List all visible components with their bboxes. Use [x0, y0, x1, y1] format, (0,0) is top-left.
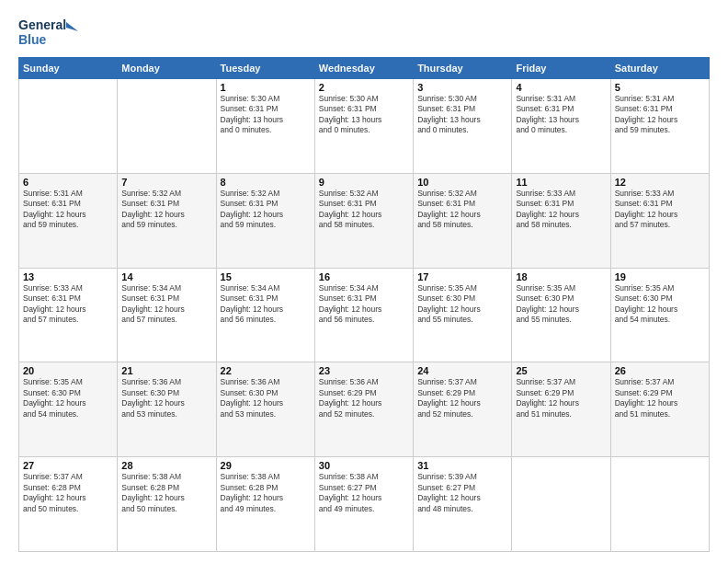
day-number: 17 — [417, 271, 507, 282]
calendar-day-cell: 30Sunrise: 5:38 AM Sunset: 6:27 PM Dayli… — [314, 457, 413, 552]
day-number: 26 — [615, 365, 705, 376]
day-number: 24 — [417, 365, 507, 376]
calendar-day-cell: 10Sunrise: 5:32 AM Sunset: 6:31 PM Dayli… — [414, 173, 512, 268]
day-info: Sunrise: 5:32 AM Sunset: 6:31 PM Dayligh… — [221, 189, 311, 231]
calendar-day-cell: 5Sunrise: 5:31 AM Sunset: 6:31 PM Daylig… — [610, 79, 709, 174]
calendar-day-cell: 18Sunrise: 5:35 AM Sunset: 6:30 PM Dayli… — [512, 268, 610, 362]
day-info: Sunrise: 5:30 AM Sunset: 6:31 PM Dayligh… — [417, 94, 507, 136]
day-number: 21 — [121, 365, 211, 376]
day-info: Sunrise: 5:32 AM Sunset: 6:31 PM Dayligh… — [319, 189, 409, 231]
logo-svg: GeneralBlue — [18, 15, 83, 50]
calendar-day-cell: 13Sunrise: 5:33 AM Sunset: 6:31 PM Dayli… — [19, 268, 118, 362]
weekday-header: SundayMondayTuesdayWednesdayThursdayFrid… — [19, 58, 710, 79]
day-number: 14 — [121, 271, 211, 282]
day-number: 30 — [319, 460, 409, 471]
calendar-day-cell: 29Sunrise: 5:38 AM Sunset: 6:28 PM Dayli… — [216, 457, 314, 552]
calendar-day-cell — [19, 79, 118, 174]
day-info: Sunrise: 5:37 AM Sunset: 6:29 PM Dayligh… — [516, 377, 606, 419]
calendar-day-cell: 1Sunrise: 5:30 AM Sunset: 6:31 PM Daylig… — [216, 79, 314, 174]
day-number: 9 — [319, 177, 409, 188]
weekday-header-cell: Friday — [512, 58, 610, 79]
calendar-day-cell: 17Sunrise: 5:35 AM Sunset: 6:30 PM Dayli… — [414, 268, 512, 362]
day-number: 19 — [615, 271, 705, 282]
logo: GeneralBlue — [18, 15, 83, 50]
day-number: 31 — [417, 460, 507, 471]
day-info: Sunrise: 5:33 AM Sunset: 6:31 PM Dayligh… — [615, 189, 705, 231]
day-number: 20 — [23, 365, 113, 376]
day-info: Sunrise: 5:37 AM Sunset: 6:28 PM Dayligh… — [23, 472, 113, 514]
day-info: Sunrise: 5:35 AM Sunset: 6:30 PM Dayligh… — [615, 283, 705, 326]
calendar-day-cell: 28Sunrise: 5:38 AM Sunset: 6:28 PM Dayli… — [118, 457, 216, 552]
calendar-week-row: 27Sunrise: 5:37 AM Sunset: 6:28 PM Dayli… — [19, 457, 710, 552]
weekday-header-cell: Tuesday — [216, 58, 314, 79]
weekday-header-cell: Wednesday — [314, 58, 413, 79]
day-info: Sunrise: 5:32 AM Sunset: 6:31 PM Dayligh… — [121, 189, 211, 231]
calendar-day-cell: 23Sunrise: 5:36 AM Sunset: 6:29 PM Dayli… — [314, 362, 413, 457]
calendar-week-row: 13Sunrise: 5:33 AM Sunset: 6:31 PM Dayli… — [19, 268, 710, 362]
day-info: Sunrise: 5:33 AM Sunset: 6:31 PM Dayligh… — [23, 283, 113, 326]
calendar-day-cell — [118, 79, 216, 174]
calendar-day-cell: 16Sunrise: 5:34 AM Sunset: 6:31 PM Dayli… — [314, 268, 413, 362]
day-info: Sunrise: 5:35 AM Sunset: 6:30 PM Dayligh… — [516, 283, 606, 326]
calendar-day-cell: 9Sunrise: 5:32 AM Sunset: 6:31 PM Daylig… — [314, 173, 413, 268]
day-info: Sunrise: 5:37 AM Sunset: 6:29 PM Dayligh… — [417, 377, 507, 419]
calendar-day-cell: 6Sunrise: 5:31 AM Sunset: 6:31 PM Daylig… — [19, 173, 118, 268]
calendar-week-row: 20Sunrise: 5:35 AM Sunset: 6:30 PM Dayli… — [19, 362, 710, 457]
day-number: 16 — [319, 271, 409, 282]
calendar-day-cell: 7Sunrise: 5:32 AM Sunset: 6:31 PM Daylig… — [118, 173, 216, 268]
day-info: Sunrise: 5:31 AM Sunset: 6:31 PM Dayligh… — [516, 94, 606, 136]
day-info: Sunrise: 5:31 AM Sunset: 6:31 PM Dayligh… — [23, 189, 113, 231]
day-number: 18 — [516, 271, 606, 282]
day-info: Sunrise: 5:30 AM Sunset: 6:31 PM Dayligh… — [221, 94, 311, 136]
calendar-day-cell: 24Sunrise: 5:37 AM Sunset: 6:29 PM Dayli… — [414, 362, 512, 457]
day-info: Sunrise: 5:37 AM Sunset: 6:29 PM Dayligh… — [615, 377, 705, 419]
calendar-day-cell: 20Sunrise: 5:35 AM Sunset: 6:30 PM Dayli… — [19, 362, 118, 457]
day-number: 5 — [615, 82, 705, 93]
day-number: 25 — [516, 365, 606, 376]
day-number: 22 — [221, 365, 311, 376]
day-number: 13 — [23, 271, 113, 282]
svg-text:Blue: Blue — [18, 32, 47, 47]
day-number: 2 — [319, 82, 409, 93]
day-number: 29 — [221, 460, 311, 471]
calendar-day-cell: 12Sunrise: 5:33 AM Sunset: 6:31 PM Dayli… — [610, 173, 709, 268]
calendar-day-cell: 11Sunrise: 5:33 AM Sunset: 6:31 PM Dayli… — [512, 173, 610, 268]
calendar-day-cell: 4Sunrise: 5:31 AM Sunset: 6:31 PM Daylig… — [512, 79, 610, 174]
calendar-body: 1Sunrise: 5:30 AM Sunset: 6:31 PM Daylig… — [19, 79, 710, 552]
weekday-header-cell: Thursday — [414, 58, 512, 79]
calendar-day-cell: 2Sunrise: 5:30 AM Sunset: 6:31 PM Daylig… — [314, 79, 413, 174]
calendar-day-cell: 3Sunrise: 5:30 AM Sunset: 6:31 PM Daylig… — [414, 79, 512, 174]
calendar-day-cell: 21Sunrise: 5:36 AM Sunset: 6:30 PM Dayli… — [118, 362, 216, 457]
day-info: Sunrise: 5:36 AM Sunset: 6:29 PM Dayligh… — [319, 377, 409, 419]
weekday-header-cell: Sunday — [19, 58, 118, 79]
day-number: 28 — [121, 460, 211, 471]
day-info: Sunrise: 5:32 AM Sunset: 6:31 PM Dayligh… — [417, 189, 507, 231]
day-number: 4 — [516, 82, 606, 93]
calendar-day-cell: 27Sunrise: 5:37 AM Sunset: 6:28 PM Dayli… — [19, 457, 118, 552]
day-info: Sunrise: 5:39 AM Sunset: 6:27 PM Dayligh… — [417, 472, 507, 514]
day-info: Sunrise: 5:34 AM Sunset: 6:31 PM Dayligh… — [121, 283, 211, 326]
day-number: 7 — [121, 177, 211, 188]
calendar-day-cell: 14Sunrise: 5:34 AM Sunset: 6:31 PM Dayli… — [118, 268, 216, 362]
svg-marker-2 — [66, 22, 78, 31]
calendar-day-cell — [610, 457, 709, 552]
day-number: 10 — [417, 177, 507, 188]
calendar-week-row: 6Sunrise: 5:31 AM Sunset: 6:31 PM Daylig… — [19, 173, 710, 268]
day-number: 8 — [221, 177, 311, 188]
day-number: 1 — [221, 82, 311, 93]
weekday-header-cell: Saturday — [610, 58, 709, 79]
calendar-day-cell: 19Sunrise: 5:35 AM Sunset: 6:30 PM Dayli… — [610, 268, 709, 362]
header: GeneralBlue — [18, 15, 710, 50]
day-number: 23 — [319, 365, 409, 376]
day-info: Sunrise: 5:34 AM Sunset: 6:31 PM Dayligh… — [319, 283, 409, 326]
day-info: Sunrise: 5:30 AM Sunset: 6:31 PM Dayligh… — [319, 94, 409, 136]
calendar-day-cell: 31Sunrise: 5:39 AM Sunset: 6:27 PM Dayli… — [414, 457, 512, 552]
day-info: Sunrise: 5:33 AM Sunset: 6:31 PM Dayligh… — [516, 189, 606, 231]
calendar-week-row: 1Sunrise: 5:30 AM Sunset: 6:31 PM Daylig… — [19, 79, 710, 174]
day-info: Sunrise: 5:38 AM Sunset: 6:28 PM Dayligh… — [221, 472, 311, 514]
calendar-table: SundayMondayTuesdayWednesdayThursdayFrid… — [18, 57, 710, 552]
day-info: Sunrise: 5:34 AM Sunset: 6:31 PM Dayligh… — [221, 283, 311, 326]
calendar-day-cell: 22Sunrise: 5:36 AM Sunset: 6:30 PM Dayli… — [216, 362, 314, 457]
day-number: 15 — [221, 271, 311, 282]
day-info: Sunrise: 5:36 AM Sunset: 6:30 PM Dayligh… — [121, 377, 211, 419]
